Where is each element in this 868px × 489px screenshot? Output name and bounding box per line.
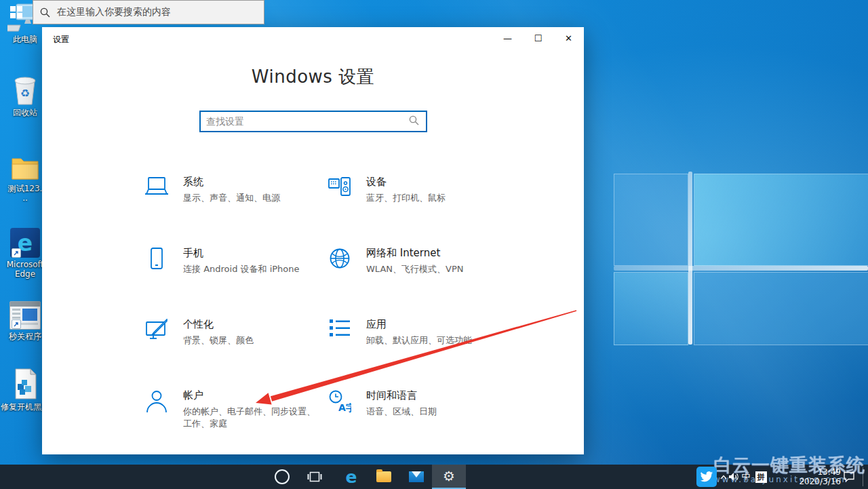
windows-logo-divider (614, 266, 868, 271)
category-phone[interactable]: 手机 连接 Android 设备和 iPhone (144, 246, 320, 275)
page-title: Windows 设置 (42, 65, 584, 89)
settings-gear-icon: ⚙ (443, 469, 455, 483)
windows-logo-pane (614, 272, 688, 345)
time-language-icon: A字 (327, 389, 353, 418)
speaker-icon (728, 472, 739, 482)
category-apps[interactable]: 应用 卸载、默认应用、可选功能 (327, 317, 503, 347)
window-title: 设置 (53, 34, 69, 45)
tray-time: 13:49 (817, 467, 841, 477)
shortcut-arrow-icon (12, 319, 21, 329)
task-view-icon (307, 471, 322, 483)
windows-logo-pane (694, 174, 868, 266)
category-network[interactable]: 网络和 Internet WLAN、飞行模式、VPN (327, 246, 503, 275)
settings-search-input[interactable] (201, 116, 409, 127)
settings-window: 设置 — ☐ ✕ Windows 设置 系统 显示、声音、通知、电源 (42, 27, 584, 454)
tray-date: 2020/3/16 (799, 477, 841, 486)
file-explorer-button[interactable] (369, 465, 399, 489)
minimize-button[interactable]: — (492, 27, 523, 49)
system-icon (144, 175, 170, 204)
network-globe-icon (327, 246, 353, 275)
file-explorer-icon (376, 471, 391, 482)
accounts-person-icon (144, 389, 170, 430)
tray-clock[interactable]: 13:49 2020/3/16 (780, 465, 842, 489)
windows-logo-pane (614, 174, 688, 266)
taskbar-search-box[interactable]: 在这里输入你要搜索的内容 (33, 0, 264, 24)
cortana-button[interactable] (269, 465, 296, 489)
category-accounts[interactable]: 帐户 你的帐户、电子邮件、同步设置、工作、家庭 (144, 389, 320, 430)
svg-text:♻: ♻ (20, 87, 30, 100)
category-system[interactable]: 系统 显示、声音、通知、电源 (144, 175, 320, 204)
start-button[interactable] (0, 0, 33, 24)
windows-logo-pane (694, 272, 868, 345)
cortana-icon (275, 469, 290, 484)
taskbar-edge-button[interactable]: e (336, 465, 366, 489)
settings-search-box (199, 111, 427, 132)
close-button[interactable]: ✕ (553, 27, 584, 49)
tray-ime-mode[interactable]: 中 (740, 465, 752, 489)
apps-list-icon (327, 317, 353, 347)
phone-icon (144, 246, 170, 275)
taskbar-settings-button-active[interactable]: ⚙ (432, 465, 466, 489)
search-icon (40, 7, 50, 18)
chevron-up-icon (720, 475, 727, 480)
action-center-button[interactable] (841, 465, 857, 489)
tray-volume-button[interactable] (727, 465, 741, 489)
maximize-button[interactable]: ☐ (523, 27, 553, 49)
category-devices[interactable]: 设备 蓝牙、打印机、鼠标 (327, 175, 503, 204)
devices-icon (327, 175, 353, 204)
windows-logo-divider (688, 172, 692, 345)
search-icon (409, 115, 419, 128)
taskbar-search-placeholder: 在这里输入你要搜索的内容 (57, 6, 171, 18)
svg-text:A字: A字 (338, 402, 351, 413)
mail-button[interactable] (401, 465, 431, 489)
shortcut-arrow-icon (12, 248, 21, 258)
show-desktop-button[interactable] (863, 467, 863, 486)
tray-twitter-icon[interactable] (696, 467, 717, 487)
personalization-icon (144, 317, 170, 347)
mail-icon (409, 471, 424, 482)
action-center-icon (843, 471, 855, 482)
twitter-bird-icon (700, 471, 713, 483)
tray-ime-pinyin[interactable]: 拼 (753, 465, 768, 489)
category-time-language[interactable]: A字 时间和语言 语音、区域、日期 (327, 389, 503, 418)
windows-logo-icon (10, 6, 22, 18)
task-view-button[interactable] (300, 465, 330, 489)
edge-icon: e (346, 469, 357, 486)
category-personalization[interactable]: 个性化 背景、锁屏、颜色 (144, 317, 320, 347)
